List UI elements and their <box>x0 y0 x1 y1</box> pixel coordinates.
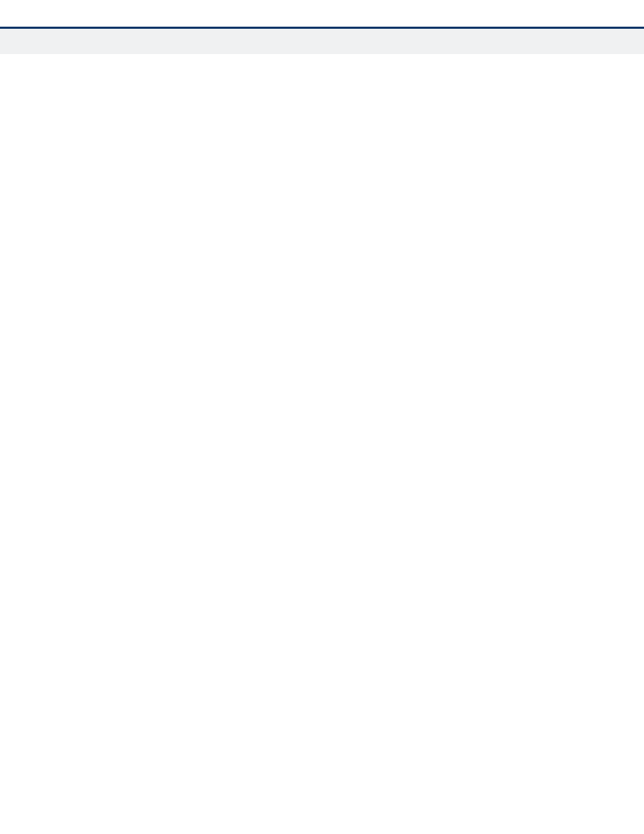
top-band <box>0 29 644 54</box>
